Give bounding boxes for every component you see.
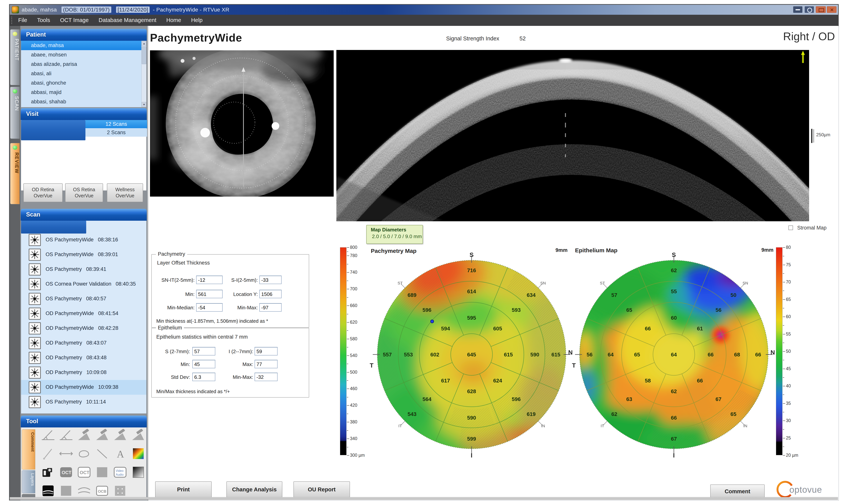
region-2-tool-icon[interactable] [59, 485, 73, 498]
scan-thumbnail-icon[interactable] [29, 366, 41, 379]
scroll-thumb[interactable] [142, 47, 146, 64]
dots-region-tool-icon[interactable] [112, 485, 127, 498]
scan-thumbnail-icon[interactable] [29, 352, 41, 364]
field-min[interactable]: 561 [196, 290, 223, 298]
oct-bscan-image[interactable] [336, 50, 809, 221]
scan-row[interactable]: OS Pachymetry 08:40:57 [21, 291, 146, 306]
scan-row[interactable]: OD PachymetryWide 08:41:54 [21, 306, 146, 321]
scan-thumbnail-icon[interactable] [29, 264, 41, 275]
scan-panel-header[interactable]: Scan [21, 209, 147, 221]
protractor-4-tool-icon[interactable] [130, 429, 145, 442]
text-tool-icon[interactable]: A [112, 448, 127, 461]
scan-thumbnail-icon[interactable] [29, 396, 41, 408]
scan-row[interactable]: OS Pachymetry 10:11:14 [21, 395, 146, 410]
field-min-max[interactable]: -97 [259, 303, 282, 312]
scan-row[interactable]: OD PachymetryWide 10:09:38 [21, 380, 146, 395]
scroll-down-icon[interactable]: ▼ [142, 102, 146, 107]
patient-row[interactable]: abasi, ghonche [21, 78, 146, 88]
od-retina-overvue-button[interactable]: OD RetinaOverVue [23, 183, 63, 202]
eye-photo[interactable] [150, 50, 334, 197]
line-tool-icon[interactable] [94, 448, 109, 461]
menu-home[interactable]: Home [161, 15, 186, 26]
restore-button[interactable] [805, 6, 814, 13]
scan-row[interactable]: OS Pachymetry 08:39:41 [21, 262, 146, 277]
field-epi-max[interactable]: 77 [254, 360, 278, 368]
scan-thumbnail-icon[interactable] [29, 249, 41, 261]
oct-light-tool-icon[interactable]: OCT [76, 466, 91, 479]
scan-row[interactable]: OD PachymetryWide 08:42:28 [21, 321, 146, 336]
epithelium-map[interactable]: 6460616666625865665556686766636465625066… [570, 251, 777, 458]
tool-tab-layers[interactable]: Layers [22, 470, 35, 493]
patient-scrollbar[interactable]: ▲ ▼ [141, 41, 146, 107]
scan-thumbnail-icon[interactable] [29, 381, 41, 393]
print-button[interactable]: Print [155, 481, 212, 498]
wellness-overvue-button[interactable]: WellnessOverVue [107, 183, 143, 202]
distance-tool-icon[interactable] [59, 448, 73, 461]
field-epi-min[interactable]: 45 [192, 360, 215, 368]
field-min-median[interactable]: -54 [196, 303, 223, 312]
visit-scan-count-2[interactable]: 2 Scans [85, 128, 147, 137]
scan-row[interactable]: OS PachymetryWide 08:39:01 [21, 247, 146, 262]
title-bar[interactable]: abade, mahsa (DOB: 01/01/1997) [11/24/20… [10, 5, 838, 15]
scan-row[interactable]: OS Cornea Power Validation 08:40:35 [21, 277, 146, 291]
scan-thumbnail-icon[interactable] [29, 293, 41, 305]
stromal-map-checkbox[interactable] [788, 226, 793, 230]
visit-selected-date-block[interactable] [21, 120, 85, 140]
oct-dark-tool-icon[interactable]: OCT [59, 466, 73, 479]
os-retina-overvue-button[interactable]: OS RetinaOverVue [65, 183, 103, 202]
menu-oct-image[interactable]: OCT Image [55, 15, 93, 26]
scan-thumbnail-icon[interactable] [29, 278, 41, 290]
menu-help[interactable]: Help [186, 15, 208, 26]
video-audio-tool-icon[interactable]: VideoAudio [112, 466, 127, 479]
scan-row[interactable]: OD Pachymetry 08:43:07 [21, 336, 146, 350]
scan-thumbnail-icon[interactable] [29, 234, 41, 246]
field-s27[interactable]: 57 [192, 347, 215, 356]
menu-database-management[interactable]: Database Management [94, 15, 161, 26]
sidebar-tab-scan[interactable]: SCAN [10, 87, 20, 139]
scan-thumbnail-icon[interactable] [29, 322, 41, 335]
bscan-view-tool-icon[interactable] [41, 485, 55, 498]
menu-file[interactable]: File [13, 15, 32, 26]
field-sn-it[interactable]: -12 [196, 276, 223, 284]
patient-row[interactable]: abas alizade, parisa [21, 59, 146, 69]
ocb-tool-icon[interactable]: OCB [94, 485, 109, 498]
scroll-up-icon[interactable]: ▲ [142, 41, 146, 46]
scan-group-block[interactable] [21, 221, 86, 234]
scan-thumbnail-icon[interactable] [29, 308, 41, 320]
grayscale-tool-icon[interactable] [130, 466, 145, 479]
menu-tools[interactable]: Tools [32, 15, 55, 26]
minimize-button[interactable] [793, 6, 802, 13]
field-location-y[interactable]: 1506 [259, 290, 282, 298]
ou-report-button[interactable]: OU Report [294, 481, 350, 498]
maximize-button[interactable] [816, 6, 826, 13]
comment-button[interactable]: Comment [710, 485, 765, 498]
patient-row[interactable]: abbasi, majid [21, 88, 146, 97]
line-probe-tool-icon[interactable] [41, 448, 55, 461]
visit-scan-count-selected[interactable]: 12 Scans [85, 120, 147, 128]
scan-thumbnail-icon[interactable] [29, 337, 41, 349]
patient-row[interactable]: abbasi, shahab [21, 97, 146, 106]
scan-row[interactable]: OD Pachymetry 10:09:08 [21, 365, 146, 380]
scan-row[interactable]: OS PachymetryWide 08:38:16 [21, 233, 146, 247]
field-i27[interactable]: 59 [254, 347, 278, 356]
protractor-tool-icon[interactable] [76, 429, 91, 442]
field-epi-minmax[interactable]: -32 [254, 373, 278, 381]
region-tool-icon[interactable] [94, 466, 109, 479]
patient-row[interactable]: abaee, mohsen [21, 50, 146, 59]
patient-row-selected[interactable]: abade, mahsa [21, 41, 146, 50]
visit-panel-header[interactable]: Visit [21, 108, 147, 120]
sidebar-tab-patient[interactable]: PATIENT [10, 29, 20, 85]
field-s-i[interactable]: -33 [259, 276, 282, 284]
field-stddev[interactable]: 6.3 [192, 373, 215, 381]
sidebar-tab-review[interactable]: REVIEW [10, 143, 20, 204]
tool-tab-comment[interactable]: Comment [22, 429, 35, 470]
freehand-tool-icon[interactable] [76, 448, 91, 461]
tool-panel-header[interactable]: Tool [21, 416, 147, 428]
patient-row[interactable]: abasi, ali [21, 69, 146, 78]
camera-tool-icon[interactable] [41, 466, 55, 479]
scan-row[interactable]: OD Pachymetry 08:43:48 [21, 350, 146, 365]
change-analysis-button[interactable]: Change Analysis [226, 481, 282, 498]
patient-panel-header[interactable]: Patient [21, 29, 147, 41]
protractor-2-tool-icon[interactable] [94, 429, 109, 442]
pachymetry-map[interactable]: 6455956056156246286176025946145935905965… [368, 251, 575, 458]
